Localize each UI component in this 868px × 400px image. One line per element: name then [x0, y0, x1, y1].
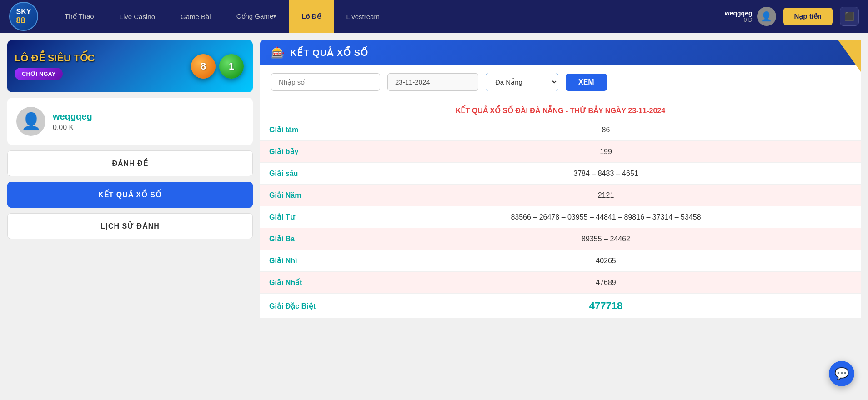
- date-input[interactable]: [387, 73, 478, 91]
- prize-value: 89355 – 24462: [351, 228, 861, 250]
- sidebar: LÔ ĐỀ SIÊU TỐC CHƠI NGAY 8 1 👤 weqgqeg 0…: [7, 40, 253, 318]
- prize-name: Giải Đặc Biệt: [260, 294, 351, 319]
- prize-name: Giải Năm: [260, 185, 351, 206]
- logo-88-text: 88: [16, 16, 31, 25]
- logo-sky-text: SKY: [16, 8, 31, 16]
- table-row: Giải Năm 2121: [260, 185, 861, 206]
- province-select[interactable]: Đà Nẵng Hà Nội TP.HCM Khánh Hòa Bình Địn…: [486, 73, 558, 91]
- header-right: weqgqeg 0 Đ 👤 Nạp tiền ⬛: [725, 7, 859, 26]
- table-row: Giải sáu 3784 – 8483 – 4651: [260, 163, 861, 185]
- prize-name: Giải Nhì: [260, 250, 351, 272]
- prize-name: Giải tám: [260, 119, 351, 141]
- prize-name: Giải sáu: [260, 163, 351, 185]
- main-nav: Thể Thao Live Casino Game Bài Cổng Game …: [52, 0, 725, 33]
- nav-item-cong-game[interactable]: Cổng Game: [224, 0, 289, 33]
- banner[interactable]: LÔ ĐỀ SIÊU TỐC CHƠI NGAY 8 1: [7, 40, 253, 92]
- prize-name: Giải bảy: [260, 141, 351, 163]
- table-row: Giải Tư 83566 – 26478 – 03955 – 44841 – …: [260, 206, 861, 228]
- banner-text: LÔ ĐỀ SIÊU TỐC CHƠI NGAY: [15, 52, 95, 80]
- user-card-info: weqgqeg 0.00 K: [53, 111, 92, 132]
- kqxs-icon: 🎰: [271, 46, 285, 59]
- prize-value: 2121: [351, 185, 861, 206]
- prize-value: 47689: [351, 272, 861, 294]
- user-card-balance: 0.00 K: [53, 124, 92, 132]
- banner-title: LÔ ĐỀ SIÊU TỐC: [15, 52, 95, 64]
- banner-balls: 8 1: [191, 54, 244, 79]
- choi-ngay-button[interactable]: CHƠI NGAY: [15, 68, 63, 80]
- kqxs-header-title: KẾT QUẢ XỔ SỐ: [290, 47, 368, 58]
- user-name: weqgqeg: [725, 10, 753, 17]
- table-row: Giải Đặc Biệt 477718: [260, 294, 861, 319]
- kqxs-controls: Đà Nẵng Hà Nội TP.HCM Khánh Hòa Bình Địn…: [260, 65, 861, 99]
- nav-item-live-casino[interactable]: Live Casino: [107, 0, 168, 33]
- user-info: weqgqeg 0 Đ 👤: [725, 7, 776, 26]
- table-row: Giải Ba 89355 – 24462: [260, 228, 861, 250]
- table-row: Giải Nhì 40265: [260, 250, 861, 272]
- ket-qua-xo-so-button[interactable]: KẾT QUẢ XỔ SỐ: [7, 182, 253, 208]
- avatar[interactable]: 👤: [757, 7, 776, 26]
- logo[interactable]: SKY 88: [9, 2, 38, 31]
- prize-value: 3784 – 8483 – 4651: [351, 163, 861, 185]
- main-header: SKY 88 Thể Thao Live Casino Game Bài Cổn…: [0, 0, 868, 33]
- danh-de-button[interactable]: ĐÁNH ĐỀ: [7, 150, 253, 176]
- prize-name: Giải Ba: [260, 228, 351, 250]
- main-layout: LÔ ĐỀ SIÊU TỐC CHƠI NGAY 8 1 👤 weqgqeg 0…: [0, 33, 868, 325]
- exit-button[interactable]: ⬛: [840, 7, 859, 26]
- result-table: Giải tám 86 Giải bảy 199 Giải sáu 3784 –…: [260, 119, 861, 318]
- result-title: KẾT QUẢ XỔ SỐ ĐÀI ĐÀ NẴNG - THỨ BẢY NGÀY…: [260, 99, 861, 119]
- naptien-button[interactable]: Nạp tiền: [783, 8, 833, 25]
- prize-name: Giải Nhất: [260, 272, 351, 294]
- prize-value: 477718: [351, 294, 861, 319]
- ball-8: 8: [191, 54, 216, 79]
- user-card: 👤 weqgqeg 0.00 K: [7, 98, 253, 145]
- number-input[interactable]: [271, 73, 380, 91]
- prize-value: 83566 – 26478 – 03955 – 44841 – 89816 – …: [351, 206, 861, 228]
- user-card-avatar: 👤: [16, 107, 45, 136]
- door-icon: ⬛: [844, 11, 854, 21]
- prize-value: 86: [351, 119, 861, 141]
- nav-item-game-bai[interactable]: Game Bài: [168, 0, 224, 33]
- content-area: 🎰 KẾT QUẢ XỔ SỐ Đà Nẵng Hà Nội TP.HCM Kh…: [260, 40, 861, 318]
- lich-su-danh-button[interactable]: LỊCH SỬ ĐÁNH: [7, 213, 253, 239]
- prize-value: 199: [351, 141, 861, 163]
- kqxs-header: 🎰 KẾT QUẢ XỔ SỐ: [260, 40, 861, 65]
- logo-circle: SKY 88: [9, 2, 38, 31]
- nav-item-the-thao[interactable]: Thể Thao: [52, 0, 107, 33]
- nav-item-lo-de[interactable]: Lô Đề: [289, 0, 333, 33]
- nav-item-livestream[interactable]: Livestream: [334, 0, 392, 33]
- prize-value: 40265: [351, 250, 861, 272]
- user-details: weqgqeg 0 Đ: [725, 10, 753, 23]
- user-card-name: weqgqeg: [53, 111, 92, 122]
- xem-button[interactable]: XEM: [566, 74, 607, 91]
- table-row: Giải Nhất 47689: [260, 272, 861, 294]
- table-row: Giải bảy 199: [260, 141, 861, 163]
- ball-1: 1: [219, 54, 244, 79]
- user-balance-header: 0 Đ: [725, 17, 753, 23]
- prize-name: Giải Tư: [260, 206, 351, 228]
- table-row: Giải tám 86: [260, 119, 861, 141]
- header-triangle-decoration: [838, 40, 861, 72]
